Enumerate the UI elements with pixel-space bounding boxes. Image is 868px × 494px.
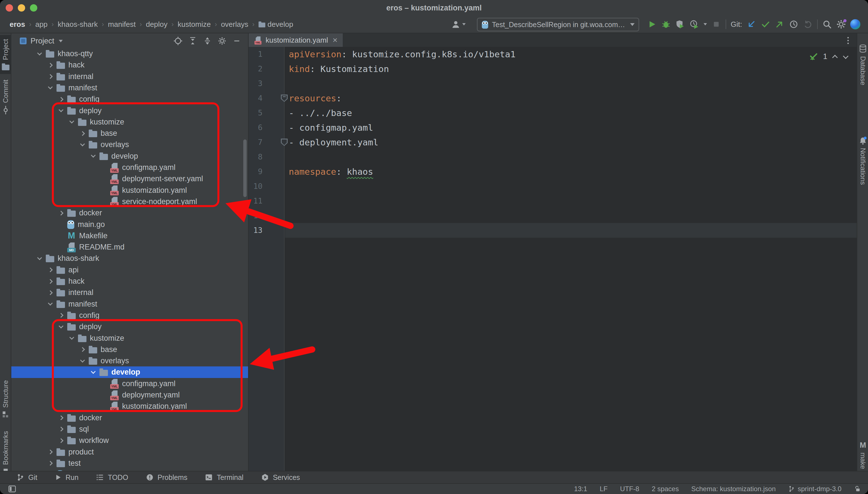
- chevron-down-icon[interactable]: [36, 50, 43, 58]
- tool-stripe-tab-commit[interactable]: Commit: [0, 76, 11, 118]
- tree-row[interactable]: docker: [11, 412, 248, 424]
- code-line[interactable]: resources:: [285, 91, 857, 106]
- code-line[interactable]: apiVersion: kustomize.config.k8s.io/v1be…: [285, 47, 857, 61]
- fold-marker-icon[interactable]: [281, 95, 288, 102]
- user-menu-button[interactable]: [451, 16, 466, 33]
- chevron-down-icon[interactable]: [58, 323, 65, 330]
- chevron-right-icon[interactable]: [47, 61, 54, 69]
- breadcrumb-item[interactable]: kustomize: [178, 20, 211, 29]
- tree-row[interactable]: workflow: [11, 435, 248, 446]
- run-configuration-select[interactable]: Test_DescribeSellRegion in git.woa.com/k…: [477, 18, 639, 31]
- tool-window-button-problems[interactable]: Problems: [146, 473, 187, 481]
- code-line[interactable]: - configmap.yaml: [285, 120, 857, 135]
- tree-row[interactable]: YMLdeployment.yaml: [11, 389, 248, 401]
- profiler-button[interactable]: [687, 16, 701, 33]
- tree-row[interactable]: api: [11, 264, 248, 276]
- settings-button[interactable]: [834, 16, 848, 33]
- chevron-right-icon[interactable]: [47, 278, 54, 285]
- tree-row[interactable]: internal: [11, 287, 248, 298]
- tree-row[interactable]: MMakefile: [11, 230, 248, 242]
- tree-row[interactable]: sql: [11, 423, 248, 435]
- chevron-down-icon[interactable]: [90, 369, 97, 376]
- breadcrumb-item[interactable]: manifest: [108, 20, 135, 29]
- collapse-all-button[interactable]: [201, 35, 214, 47]
- profiler-more-button[interactable]: [701, 16, 709, 33]
- layout-button[interactable]: [7, 484, 17, 494]
- tree-row[interactable]: YMLdeployment-server.yaml: [11, 173, 248, 185]
- tree-row[interactable]: kustomize: [11, 116, 248, 128]
- tool-window-button-terminal[interactable]: Terminal: [205, 473, 243, 481]
- tree-row[interactable]: main.go: [11, 219, 248, 230]
- tree-row[interactable]: hack: [11, 59, 248, 71]
- code-line[interactable]: [285, 76, 857, 91]
- chevron-down-icon[interactable]: [58, 107, 65, 114]
- tree-row[interactable]: develop: [11, 150, 248, 162]
- code-line[interactable]: kind: Kustomization: [285, 61, 857, 76]
- status-caret-position[interactable]: 13:1: [574, 485, 587, 493]
- tree-row[interactable]: product: [11, 446, 248, 458]
- chevron-right-icon[interactable]: [58, 96, 65, 103]
- breadcrumb-item[interactable]: app: [35, 20, 48, 29]
- tree-row[interactable]: hack: [11, 276, 248, 287]
- chevron-right-icon[interactable]: [58, 425, 65, 433]
- project-panel-title[interactable]: Project: [31, 37, 54, 45]
- run-with-coverage-button[interactable]: [673, 16, 687, 33]
- tree-row[interactable]: config: [11, 310, 248, 321]
- tree-row[interactable]: deploy: [11, 105, 248, 117]
- tab-options-button[interactable]: [843, 36, 853, 45]
- tree-row[interactable]: test: [11, 458, 248, 469]
- tree-row[interactable]: YMLconfigmap.yaml: [11, 378, 248, 390]
- status-encoding[interactable]: UTF-8: [620, 485, 639, 493]
- chevron-down-icon[interactable]: [79, 357, 87, 365]
- chevron-right-icon[interactable]: [58, 312, 65, 319]
- status-git-branch[interactable]: sprint-dmp-3.0: [788, 485, 842, 493]
- code-line[interactable]: [285, 223, 857, 238]
- tree-row[interactable]: base: [11, 344, 248, 355]
- chevron-right-icon[interactable]: [58, 437, 65, 444]
- chevron-right-icon[interactable]: [47, 459, 54, 467]
- code-line[interactable]: [285, 208, 857, 223]
- chevron-right-icon[interactable]: [47, 289, 54, 297]
- status-schema-info[interactable]: Schema: kustomization.json: [691, 485, 776, 493]
- tool-window-button-todo[interactable]: TODO: [96, 473, 128, 481]
- tree-row[interactable]: khaos-qtty: [11, 49, 248, 60]
- tree-row[interactable]: deploy: [11, 321, 248, 332]
- search-everywhere-button[interactable]: [820, 16, 834, 33]
- chevron-right-icon[interactable]: [79, 346, 87, 353]
- tree-row[interactable]: overlays: [11, 139, 248, 150]
- fold-marker-icon[interactable]: [281, 139, 288, 146]
- tree-row[interactable]: manifest: [11, 82, 248, 94]
- code-line[interactable]: [285, 194, 857, 208]
- tree-row[interactable]: internal: [11, 71, 248, 82]
- run-button[interactable]: [645, 16, 659, 33]
- tree-row[interactable]: YMLkustomization.yaml: [11, 185, 248, 196]
- previous-problem-button[interactable]: [832, 53, 838, 60]
- chevron-down-icon[interactable]: [90, 152, 97, 160]
- tool-stripe-tab-structure[interactable]: Structure: [0, 376, 11, 422]
- select-opened-file-button[interactable]: [172, 35, 184, 47]
- chevron-right-icon[interactable]: [58, 209, 65, 217]
- code-line[interactable]: - ../../base: [285, 106, 857, 120]
- tree-row[interactable]: docker: [11, 207, 248, 219]
- tool-window-button-run[interactable]: Run: [55, 473, 78, 481]
- tree-row[interactable]: base: [11, 128, 248, 139]
- tree-row[interactable]: khaos-shark: [11, 253, 248, 264]
- chevron-down-icon[interactable]: [68, 118, 76, 126]
- editor-tab[interactable]: YML kustomization.yaml ×: [249, 33, 343, 47]
- chevron-right-icon[interactable]: [79, 130, 87, 137]
- tool-stripe-tab-notifications[interactable]: Notifications: [857, 132, 868, 188]
- chevron-down-icon[interactable]: [47, 300, 54, 308]
- breadcrumb-item[interactable]: eros: [10, 20, 25, 29]
- chevron-down-icon[interactable]: [68, 335, 76, 342]
- inspection-widget[interactable]: 1: [808, 51, 849, 61]
- code-line[interactable]: [285, 179, 857, 194]
- status-line-separator[interactable]: LF: [600, 485, 608, 493]
- code-line[interactable]: [285, 150, 857, 164]
- tree-row[interactable]: develop: [11, 366, 248, 378]
- tree-row[interactable]: YMLconfigmap.yaml: [11, 162, 248, 173]
- breadcrumb-item[interactable]: overlays: [221, 20, 248, 29]
- git-update-button[interactable]: [744, 16, 758, 33]
- status-lock[interactable]: [854, 485, 861, 493]
- breadcrumb-item[interactable]: khaos-shark: [58, 20, 98, 29]
- tool-stripe-tab-make[interactable]: Mmake: [857, 437, 868, 473]
